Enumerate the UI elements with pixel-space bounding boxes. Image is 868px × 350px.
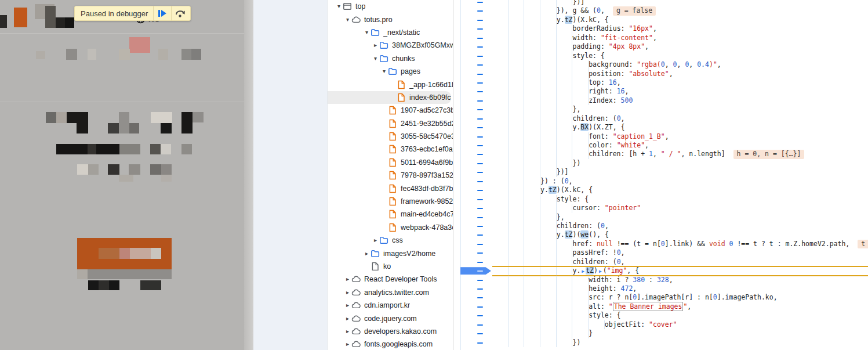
navigator-item-5011-6994a6f9b6-[interactable]: 5011-6994a6f9b6…: [328, 156, 453, 169]
file-tree-label: fonts.googleapis.com: [364, 340, 433, 348]
gutter-dash[interactable]: [477, 136, 483, 138]
gutter-dash[interactable]: [477, 297, 483, 298]
gutter-dash[interactable]: [477, 145, 483, 146]
gutter-dash[interactable]: [477, 234, 483, 236]
gutter-dash[interactable]: [477, 208, 483, 209]
navigator-item-1907-ad5c27c3b3-[interactable]: 1907-ad5c27c3b3…: [328, 104, 453, 117]
gutter-dash[interactable]: [477, 288, 483, 290]
gutter-dash[interactable]: [477, 252, 483, 254]
chevron-right-icon[interactable]: ▸: [344, 338, 351, 350]
navigator-item-cdn-iamport-kr[interactable]: ▸cdn.iamport.kr: [328, 299, 453, 312]
navigator-item-webpack-478a3cf-[interactable]: webpack-478a3cf…: [328, 221, 453, 234]
navigator-item-top[interactable]: ▾top: [328, 0, 453, 13]
gutter-dash[interactable]: [477, 199, 483, 200]
gutter-dash[interactable]: [477, 46, 483, 48]
navigator-item-imagesv2-home[interactable]: ▸imagesV2/home: [328, 247, 453, 259]
gutter-dash[interactable]: [477, 74, 483, 75]
gutter-dash[interactable]: [477, 20, 483, 21]
code-line: },: [453, 105, 868, 114]
chevron-right-icon[interactable]: ▸: [372, 234, 379, 247]
gutter-dash[interactable]: [477, 342, 483, 344]
gutter-dash[interactable]: [477, 109, 483, 110]
page-block: [140, 280, 161, 290]
gutter-dash[interactable]: [477, 306, 483, 308]
gutter-dash[interactable]: [477, 244, 483, 245]
chevron-right-icon[interactable]: ▸: [344, 312, 351, 325]
gutter-dash[interactable]: [477, 127, 483, 128]
gutter-dash[interactable]: [477, 28, 483, 30]
navigator-item-code-jquery-com[interactable]: ▸code.jquery.com: [328, 312, 453, 324]
navigator-item-developers-kakao-com[interactable]: ▸developers.kakao.com: [328, 325, 453, 338]
navigator-item-3055-58c5470e3-[interactable]: 3055-58c5470e3…: [328, 130, 453, 143]
folder-icon: [371, 249, 380, 258]
navigator-item-css[interactable]: ▸css: [328, 234, 453, 247]
navigator-item-fonts-googleapis-com[interactable]: ▸fonts.googleapis.com: [328, 338, 453, 350]
code-text: right:: [589, 87, 616, 95]
continue-to-here-icon[interactable]: ▶: [582, 269, 584, 274]
gutter-dash[interactable]: [477, 56, 483, 57]
navigator-item-index-6b09fcdd-[interactable]: index-6b09fcdd…: [328, 91, 451, 104]
gutter-dash[interactable]: [477, 280, 483, 281]
code-text: children: [h +: [589, 150, 649, 158]
gutter-dash[interactable]: [477, 190, 483, 191]
chevron-down-icon[interactable]: ▾: [372, 52, 379, 65]
gutter-dash[interactable]: [477, 315, 483, 316]
gutter-dash[interactable]: [477, 217, 483, 218]
execution-pointer-icon[interactable]: [460, 267, 491, 275]
navigator-item-3763-ecbc1ef0a61-[interactable]: 3763-ecbc1ef0a61…: [328, 143, 453, 156]
navigator-item-main-ed4ceb4c7c-[interactable]: main-ed4ceb4c7c…: [328, 208, 453, 221]
file-tree: ▾top▾totus.pro▾_next/static▸38MGZBxf05GM…: [328, 0, 453, 350]
gutter-dash[interactable]: [477, 91, 483, 92]
gutter-dash[interactable]: [477, 163, 483, 164]
highlighted-token: tZ: [565, 16, 573, 24]
gutter-dash[interactable]: [477, 10, 483, 12]
gutter-dash[interactable]: [477, 82, 483, 84]
navigator-item-framework-98526-[interactable]: framework-98526…: [328, 195, 453, 208]
code-text: )(X.kC, {: [572, 16, 608, 24]
gutter-dash[interactable]: [477, 118, 483, 120]
gutter-dash[interactable]: [477, 181, 483, 182]
chevron-right-icon[interactable]: ▸: [363, 247, 371, 260]
page-block: [151, 112, 172, 123]
navigator-item-7978-897f3a152fd-[interactable]: 7978-897f3a152fd…: [328, 169, 453, 182]
chevron-down-icon[interactable]: ▾: [363, 26, 371, 39]
navigator-item-fec483df-db3f7b2-[interactable]: fec483df-db3f7b2…: [328, 182, 453, 194]
gutter-dash[interactable]: [477, 38, 483, 39]
navigator-item-chunks[interactable]: ▾chunks: [328, 52, 453, 65]
navigator-item-pages[interactable]: ▾pages: [328, 65, 453, 78]
code-text: ].imagePath.ko,: [717, 293, 778, 301]
navigator-item--app-1c66d1ba-[interactable]: _app-1c66d1ba…: [328, 78, 453, 91]
gutter-dash[interactable]: [477, 154, 483, 155]
gutter-dash[interactable]: [477, 100, 483, 102]
chevron-down-icon[interactable]: ▾: [344, 13, 351, 26]
gutter-dash[interactable]: [477, 333, 483, 334]
gutter-dash[interactable]: [477, 324, 483, 326]
navigator-item-38mgzbxf05gmxw-[interactable]: ▸38MGZBxf05GMxw-…: [328, 39, 453, 52]
gutter-dash[interactable]: [477, 270, 483, 272]
navigator-item-ko[interactable]: ko: [328, 260, 453, 273]
continue-to-here-icon[interactable]: ▶: [599, 269, 602, 274]
navigator-item-totus-pro[interactable]: ▾totus.pro: [328, 13, 453, 26]
gutter-dash[interactable]: [477, 262, 483, 263]
gutter-dash[interactable]: [477, 226, 483, 227]
chevron-right-icon[interactable]: ▸: [344, 273, 351, 286]
code-text: ): [594, 266, 598, 275]
chevron-right-icon[interactable]: ▸: [372, 39, 379, 52]
navigator-item--next-static[interactable]: ▾_next/static: [328, 26, 453, 39]
navigator-item-react-developer-tools[interactable]: ▸React Developer Tools: [328, 273, 453, 286]
resume-script-button[interactable]: [154, 6, 171, 20]
page-scrollbar[interactable]: [244, 0, 253, 350]
page-block: [56, 17, 65, 28]
gutter-dash[interactable]: [477, 2, 483, 3]
chevron-right-icon[interactable]: ▸: [344, 299, 351, 312]
chevron-right-icon[interactable]: ▸: [344, 325, 351, 338]
step-over-button[interactable]: [172, 6, 189, 20]
indent-guides: [492, 213, 557, 222]
chevron-down-icon[interactable]: ▾: [380, 65, 388, 78]
chevron-down-icon[interactable]: ▾: [335, 0, 343, 13]
gutter-dash[interactable]: [477, 172, 483, 173]
chevron-right-icon[interactable]: ▸: [344, 286, 351, 299]
navigator-item-2451-9e32b55d27-[interactable]: 2451-9e32b55d27…: [328, 117, 453, 130]
gutter-dash[interactable]: [477, 64, 483, 66]
navigator-item-analytics-twitter-com[interactable]: ▸analytics.twitter.com: [328, 286, 453, 299]
